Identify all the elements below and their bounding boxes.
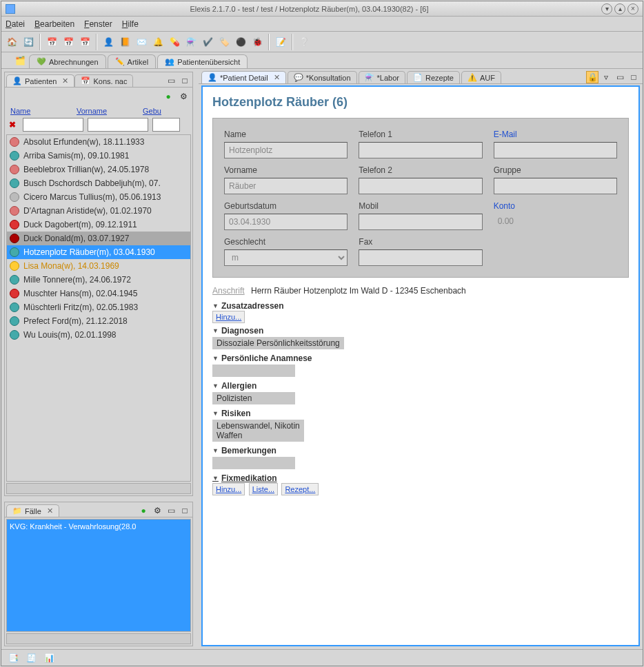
close-icon[interactable]: ✕ [62, 76, 68, 85]
input-vorname[interactable] [224, 178, 348, 194]
patient-row[interactable]: Cicero Marcus Tullius(m), 05.06.1913 [7, 190, 190, 204]
tab-konsultation[interactable]: 💬 *Konsultation [288, 71, 357, 83]
tab-rezepte[interactable]: 📄 Rezepte [407, 71, 460, 83]
tab-patientenuebersicht[interactable]: 👥 Patientenübersicht [157, 54, 248, 68]
patient-row[interactable]: D'Artagnan Aristide(w), 01.02.1970 [7, 204, 190, 218]
h-scrollbar[interactable] [6, 633, 191, 644]
add-patient-icon[interactable]: ● [162, 90, 174, 103]
value-anamnese[interactable] [212, 365, 295, 377]
home-icon[interactable]: 🏠 [4, 34, 19, 50]
status-icon-2[interactable]: 🧾 [25, 652, 37, 664]
filter-name-input[interactable] [23, 118, 83, 132]
col-geb[interactable]: Gebu [143, 107, 161, 115]
case-list[interactable]: KVG: Krankheit - Verwahrlosung(28.0 [6, 519, 191, 632]
btn-liste-med[interactable]: Liste... [249, 483, 278, 495]
patient-row[interactable]: Prefect Ford(m), 21.12.2018 [7, 314, 190, 328]
btn-hinzu-med[interactable]: Hinzu... [212, 483, 245, 495]
user-icon[interactable]: 👤 [101, 34, 116, 50]
bug-icon[interactable]: 🐞 [250, 34, 265, 50]
minimize-view-icon[interactable]: ▭ [614, 71, 626, 83]
section-diagnosen[interactable]: ▼Diagnosen [212, 326, 629, 336]
patient-row[interactable]: Hotzenplotz Räuber(m), 03.04.1930 [7, 245, 190, 259]
flask-icon[interactable]: ⚗️ [183, 34, 199, 50]
col-vorname[interactable]: Vorname [77, 107, 139, 115]
patient-row[interactable]: Absolut Erfunden(w), 18.11.1933 [7, 135, 190, 149]
status-icon-3[interactable]: 📊 [43, 652, 55, 664]
dot-icon[interactable]: ⚫ [233, 34, 248, 50]
help-icon[interactable]: ❔ [296, 34, 312, 50]
note-icon[interactable]: 📝 [273, 34, 288, 50]
menu-help[interactable]: Hilfe [122, 19, 139, 29]
clear-filter-icon[interactable]: ✖ [9, 120, 19, 130]
label-konto[interactable]: Konto [494, 201, 617, 211]
btn-rezept-med[interactable]: Rezept... [281, 483, 319, 495]
tab-faelle[interactable]: 📁 Fälle ✕ [6, 504, 59, 517]
minimize-view-icon[interactable]: ▭ [165, 74, 177, 87]
filter-icon[interactable]: ⚙ [177, 90, 190, 103]
maximize-button[interactable]: ▴ [614, 3, 625, 14]
input-email[interactable] [494, 142, 617, 158]
check-icon[interactable]: ✔️ [200, 34, 215, 50]
calendar-icon[interactable]: 📅 [44, 34, 59, 50]
tab-patient-detail[interactable]: 👤 *Patient Detail ✕ [201, 71, 286, 83]
tab-auf[interactable]: ⚠️ AUF [461, 71, 501, 83]
patient-row[interactable]: Beeblebrox Trillian(w), 24.05.1978 [7, 163, 190, 176]
maximize-view-icon[interactable]: □ [179, 504, 191, 517]
filter-vorname-input[interactable] [88, 118, 148, 132]
patient-row[interactable]: Muschter Hans(m), 02.04.1945 [7, 287, 190, 300]
patient-row[interactable]: Duck Dagobert(m), 09.12.1911 [7, 218, 190, 232]
menu-file[interactable]: Datei [6, 19, 25, 29]
minimize-button[interactable]: ▾ [601, 3, 612, 14]
input-mobil[interactable] [359, 214, 482, 230]
lock-icon[interactable]: 🔒 [586, 71, 598, 83]
input-gruppe[interactable] [494, 178, 617, 194]
input-tel2[interactable] [359, 178, 482, 194]
h-scrollbar[interactable] [6, 483, 191, 494]
minimize-view-icon[interactable]: ▭ [165, 504, 177, 517]
tab-artikel[interactable]: ✏️ Artikel [108, 54, 157, 68]
close-icon[interactable]: ✕ [47, 506, 53, 515]
patient-row[interactable]: Mille Tonnere(m), 24.06.1972 [7, 273, 190, 287]
add-case-icon[interactable]: ● [137, 504, 150, 517]
patient-row[interactable]: Busch Dschordsch Dabbeljuh(m), 07. [7, 176, 190, 190]
book-icon[interactable]: 📙 [117, 34, 132, 50]
section-fixmedikation[interactable]: ▼Fixmedikation [212, 473, 629, 483]
tab-abrechnungen[interactable]: 💚 Abrechnungen [29, 54, 106, 68]
value-diagnosen[interactable]: Dissoziale Persönlichkeitsstörung [212, 337, 344, 349]
patient-row[interactable]: Arriba Samis(m), 09.10.1981 [7, 149, 190, 163]
tab-kons-nac[interactable]: 📅 Kons. nac [74, 74, 133, 87]
patient-row[interactable]: Müschterli Fritz(m), 02.05.1983 [7, 300, 190, 314]
value-bemerkungen[interactable] [212, 457, 295, 469]
select-geschl[interactable]: m [224, 249, 348, 266]
label-anschrift[interactable]: Anschrift [212, 286, 245, 296]
input-geb[interactable] [224, 214, 348, 230]
filter-geb-input[interactable] [152, 118, 180, 132]
menu-window[interactable]: Fenster [84, 19, 112, 29]
case-menu-icon[interactable]: ⚙ [151, 504, 163, 517]
patient-row[interactable]: Lisa Mona(w), 14.03.1969 [7, 259, 190, 273]
mail-icon[interactable]: ✉️ [134, 34, 149, 50]
case-item[interactable]: KVG: Krankheit - Verwahrlosung(28.0 [10, 522, 188, 531]
section-anamnese[interactable]: ▼Persönliche Anamnese [212, 353, 629, 363]
col-name[interactable]: Name [10, 107, 72, 115]
section-zusatzadressen[interactable]: ▼Zusatzadressen [212, 301, 629, 311]
btn-hinzu-adresse[interactable]: Hinzu... [212, 311, 245, 323]
close-button[interactable]: × [627, 3, 638, 14]
patient-row[interactable]: Wu Louis(m), 02.01.1998 [7, 328, 190, 342]
section-risiken[interactable]: ▼Risiken [212, 409, 629, 418]
menu-edit[interactable]: Bearbeiten [34, 19, 74, 29]
tag-icon[interactable]: 🏷️ [217, 34, 232, 50]
patient-row[interactable]: Duck Donald(m), 03.07.1927 [7, 232, 190, 245]
tab-patienten[interactable]: 👤 Patienten ✕ [6, 74, 74, 87]
input-tel1[interactable] [359, 142, 482, 158]
view-menu-icon[interactable]: ▿ [600, 71, 612, 83]
perspective-icon[interactable]: 🗂️ [12, 53, 28, 68]
maximize-view-icon[interactable]: □ [179, 74, 191, 87]
maximize-view-icon[interactable]: □ [627, 71, 640, 83]
section-allergien[interactable]: ▼Allergien [212, 381, 629, 391]
input-fax[interactable] [359, 249, 482, 266]
patient-list[interactable]: Absolut Erfunden(w), 18.11.1933Arriba Sa… [6, 134, 191, 482]
value-allergien[interactable]: Polizisten [212, 392, 295, 404]
section-bemerkungen[interactable]: ▼Bemerkungen [212, 446, 629, 455]
value-risiken[interactable]: Lebenswandel, Nikotin Waffen [212, 420, 304, 442]
